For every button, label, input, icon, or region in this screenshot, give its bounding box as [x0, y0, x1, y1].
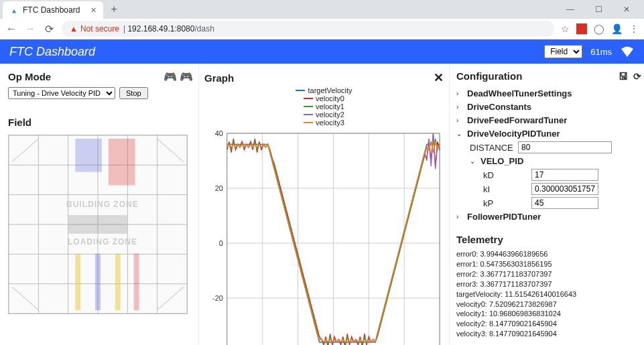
- svg-line-17: [157, 139, 184, 162]
- svg-text:0: 0: [219, 239, 223, 247]
- config-node[interactable]: ⌄DriveVelocityPIDTuner: [456, 128, 637, 139]
- svg-rect-23: [115, 254, 121, 310]
- telemetry-list: error0: 3.994463966189656error1: 0.54735…: [456, 249, 641, 339]
- right-column: Configuration 🖫 ⟳ ›DeadWheelTunerSetting…: [450, 64, 644, 345]
- config-field-label: kP: [483, 198, 531, 208]
- building-zone-label: BUILDING ZONE: [66, 200, 139, 209]
- field-panel-title: Field: [8, 117, 193, 128]
- caret-icon: ›: [456, 213, 464, 220]
- telemetry-line: velocity3: 8.147709021645904: [456, 329, 641, 339]
- telemetry-line: velocity2: 8.147709021645904: [456, 319, 641, 329]
- loading-zone-label: LOADING ZONE: [68, 237, 137, 247]
- svg-text:-20: -20: [212, 294, 223, 302]
- opmode-select[interactable]: Tuning - Drive Velocity PID: [8, 87, 115, 99]
- config-field-input[interactable]: [531, 169, 598, 181]
- telemetry-line: targetVelocity: 11.515426140016643: [456, 289, 641, 299]
- config-field-input[interactable]: [531, 197, 598, 209]
- config-node[interactable]: ›DriveFeedForwardTuner: [456, 115, 637, 126]
- forward-button[interactable]: →: [24, 23, 36, 35]
- extension-icon[interactable]: [576, 23, 587, 34]
- svg-text:20: 20: [215, 184, 223, 192]
- warning-icon: ▲: [70, 24, 78, 33]
- url-text: | 192.168.49.1:8080/dash: [123, 24, 214, 33]
- svg-line-19: [157, 287, 184, 310]
- gamepad-icon: 🎮: [180, 70, 193, 83]
- config-field-label: kI: [483, 184, 531, 194]
- star-icon[interactable]: ☆: [561, 23, 570, 34]
- legend-item: velocity2: [304, 111, 344, 119]
- chart-svg: -40-2002040: [204, 129, 444, 345]
- address-bar: ← → ⟳ ▲ Not secure | 192.168.49.1:8080/d…: [0, 19, 644, 39]
- close-window-button[interactable]: ✕: [617, 5, 636, 14]
- config-field-input[interactable]: [518, 141, 612, 153]
- graph-legend: targetVelocityvelocity0velocity1velocity…: [204, 86, 444, 127]
- chart-area: -40-2002040: [204, 129, 444, 345]
- field-grid: [9, 135, 187, 314]
- config-field-input[interactable]: [531, 183, 598, 195]
- tab-strip: ⟁ FTC Dashboard × + — ☐ ✕: [0, 0, 644, 19]
- legend-item: velocity0: [304, 94, 344, 102]
- ping-label: 61ms: [590, 47, 612, 57]
- menu-icon[interactable]: ⋮: [629, 23, 639, 34]
- config-field-label: kD: [483, 170, 531, 180]
- opmode-panel-title: Op Mode 🎮 🎮: [8, 70, 193, 83]
- svg-rect-15: [109, 139, 135, 185]
- svg-line-18: [12, 287, 39, 310]
- svg-rect-25: [134, 254, 139, 310]
- graph-column: Graph ✕ targetVelocityvelocity0velocity1…: [198, 64, 450, 345]
- app-header: FTC Dashboard Field 61ms: [0, 40, 644, 64]
- caret-icon: ›: [456, 117, 464, 124]
- caret-icon: ⌄: [470, 157, 478, 165]
- svg-rect-22: [75, 254, 80, 310]
- config-node[interactable]: ⌄VELO_PID: [470, 155, 637, 167]
- stop-button[interactable]: Stop: [119, 87, 148, 99]
- reload-button[interactable]: ⟳: [43, 23, 55, 36]
- back-button[interactable]: ←: [5, 23, 17, 35]
- telemetry-title: Telemetry: [456, 234, 503, 245]
- svg-rect-24: [95, 254, 101, 310]
- browser-chrome: ⟁ FTC Dashboard × + — ☐ ✕ ← → ⟳ ▲ Not se…: [0, 0, 644, 40]
- config-node[interactable]: ›FollowerPIDTuner: [456, 211, 637, 222]
- security-warning: ▲ Not secure: [70, 24, 119, 33]
- refresh-icon[interactable]: ⟳: [633, 71, 641, 82]
- legend-item: velocity3: [304, 119, 344, 127]
- caret-icon: ›: [456, 90, 464, 97]
- config-tree[interactable]: ›DeadWheelTunerSettings›DriveConstants›D…: [456, 86, 641, 224]
- svg-text:40: 40: [215, 129, 223, 137]
- tab-favicon: ⟁: [9, 5, 19, 15]
- browser-toolbar-icons: ☆ ◯ 👤 ⋮: [561, 23, 639, 34]
- config-node[interactable]: ›DeadWheelTunerSettings: [456, 88, 637, 99]
- gamepad-icon: 🎮: [164, 70, 177, 83]
- maximize-button[interactable]: ☐: [589, 5, 608, 14]
- legend-item: targetVelocity: [296, 86, 352, 94]
- window-controls: — ☐ ✕: [561, 5, 641, 14]
- svg-rect-14: [75, 139, 102, 172]
- tab-close-icon[interactable]: ×: [90, 5, 96, 15]
- telemetry-line: error1: 0.5473563031856195: [456, 259, 641, 269]
- config-node[interactable]: ›DriveConstants: [456, 101, 637, 113]
- minimize-button[interactable]: —: [561, 5, 580, 14]
- config-title: Configuration: [456, 70, 522, 82]
- new-tab-button[interactable]: +: [107, 3, 121, 15]
- field-canvas: BUILDING ZONE LOADING ZONE: [8, 135, 188, 314]
- view-select[interactable]: Field: [544, 45, 582, 58]
- telemetry-line: velocity1: 10.968069836831024: [456, 309, 641, 319]
- telemetry-line: error0: 3.994463966189656: [456, 249, 641, 259]
- telemetry-line: velocity0: 7.520962173826987: [456, 299, 641, 309]
- config-field-label: DISTANCE: [470, 143, 518, 153]
- main-content: Op Mode 🎮 🎮 Tuning - Drive Velocity PID …: [0, 64, 644, 345]
- graph-close-icon[interactable]: ✕: [434, 70, 444, 85]
- left-column: Op Mode 🎮 🎮 Tuning - Drive Velocity PID …: [0, 64, 198, 345]
- profile-icon[interactable]: 👤: [611, 23, 623, 34]
- url-box[interactable]: ▲ Not secure | 192.168.49.1:8080/dash: [62, 21, 554, 37]
- graph-title: Graph: [204, 72, 234, 84]
- app-title: FTC Dashboard: [9, 45, 95, 59]
- tab-title: FTC Dashboard: [23, 5, 80, 15]
- wifi-icon: [620, 46, 635, 58]
- legend-item: velocity1: [304, 102, 344, 111]
- pocket-icon[interactable]: ◯: [594, 23, 604, 34]
- telemetry-line: error2: 3.3677171183707397: [456, 269, 641, 279]
- browser-tab[interactable]: ⟁ FTC Dashboard ×: [3, 1, 103, 19]
- caret-icon: ›: [456, 103, 464, 111]
- save-icon[interactable]: 🖫: [619, 71, 628, 82]
